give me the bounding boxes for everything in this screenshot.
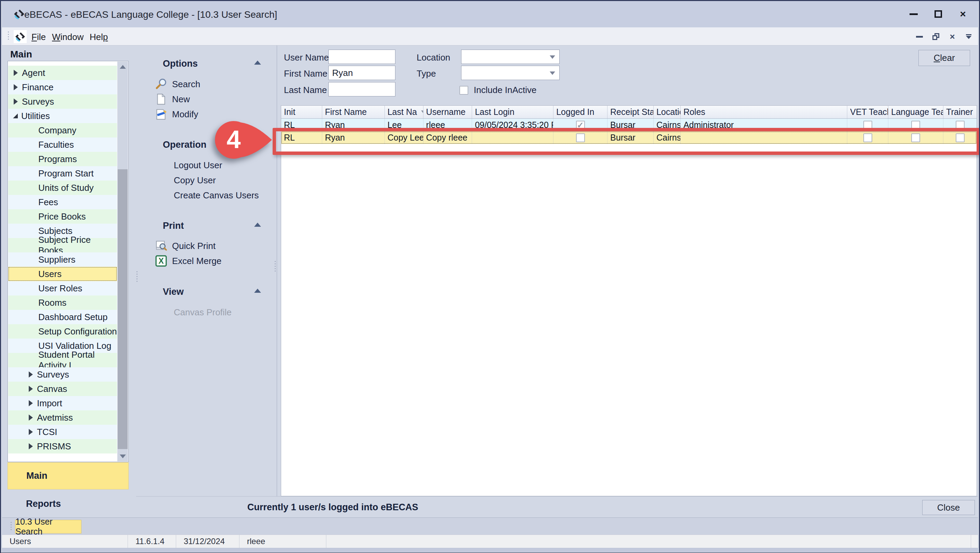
- logged-in-checkbox[interactable]: [576, 121, 585, 130]
- mdi-minimize-icon[interactable]: [914, 32, 924, 42]
- expand-icon[interactable]: [29, 429, 33, 435]
- vet-teacher-checkbox[interactable]: [863, 121, 872, 130]
- column-header-first-name[interactable]: First Name: [322, 106, 385, 118]
- group-header-view[interactable]: View: [163, 287, 184, 297]
- first-name-input[interactable]: [328, 66, 395, 80]
- trainer-checkbox[interactable]: [956, 121, 965, 130]
- action-new[interactable]: New: [155, 93, 190, 105]
- tree-item-user-roles[interactable]: User Roles: [8, 281, 117, 296]
- mdi-restore-icon[interactable]: [931, 32, 941, 42]
- grid-row-selected[interactable]: RL Ryan Copy Lee Copy rleee Bursar Cairn…: [281, 131, 977, 144]
- column-header-vet-teacher[interactable]: VET Teach: [847, 106, 888, 118]
- tree-item-surveys-sub[interactable]: Surveys: [8, 367, 117, 382]
- close-button[interactable]: Close: [922, 500, 975, 515]
- close-icon[interactable]: ×: [953, 6, 972, 22]
- clear-button[interactable]: Clear: [918, 50, 970, 66]
- collapse-icon[interactable]: [13, 114, 18, 118]
- tree-item-company[interactable]: Company: [8, 123, 117, 137]
- action-create-canvas-users[interactable]: Create Canvas Users: [174, 190, 259, 201]
- nav-section-reports[interactable]: Reports: [26, 499, 61, 509]
- type-dropdown[interactable]: [461, 66, 560, 80]
- scroll-up-icon[interactable]: [117, 62, 128, 72]
- nav-section-main[interactable]: Main: [8, 462, 129, 489]
- tree-item-dashboard-setup[interactable]: Dashboard Setup: [8, 310, 117, 324]
- maximize-icon[interactable]: [929, 6, 948, 22]
- include-inactive-checkbox[interactable]: [460, 86, 468, 95]
- collapse-group-icon[interactable]: [254, 222, 261, 227]
- vet-teacher-checkbox[interactable]: [863, 133, 872, 142]
- column-header-receipt-status[interactable]: Receipt Stati: [608, 106, 654, 118]
- tree-item-surveys[interactable]: Surveys: [8, 94, 117, 109]
- group-header-options[interactable]: Options: [163, 59, 198, 69]
- tree-item-price-books[interactable]: Price Books: [8, 209, 117, 224]
- column-header-last-login[interactable]: Last Login: [472, 106, 554, 118]
- tree-item-canvas[interactable]: Canvas: [8, 382, 117, 396]
- tree-item-users-selected[interactable]: Users: [8, 267, 117, 281]
- collapse-group-icon[interactable]: [254, 289, 261, 293]
- expand-icon[interactable]: [29, 372, 33, 378]
- action-logout-user[interactable]: Logout User: [174, 160, 222, 171]
- logged-in-checkbox[interactable]: [576, 133, 585, 142]
- tree-item-setup-configuration[interactable]: Setup Configuration: [8, 324, 117, 338]
- scrollbar-thumb[interactable]: [118, 169, 127, 449]
- tree-item-finance[interactable]: Finance: [8, 80, 117, 94]
- collapse-group-icon[interactable]: [254, 60, 261, 65]
- tree-item-faculties[interactable]: Faculties: [8, 137, 117, 152]
- taskbar-grip[interactable]: [10, 522, 12, 530]
- expand-icon[interactable]: [29, 386, 33, 392]
- content-splitter[interactable]: [274, 261, 276, 272]
- minimize-icon[interactable]: [904, 6, 923, 22]
- tab-10-3-user-search[interactable]: 10.3 User Search: [15, 520, 81, 534]
- expand-icon[interactable]: [29, 443, 33, 450]
- expand-icon[interactable]: [14, 99, 18, 105]
- tree-item-units-of-study[interactable]: Units of Study: [8, 181, 117, 195]
- tree-item-suppliers[interactable]: Suppliers: [8, 253, 117, 267]
- scroll-down-icon[interactable]: [117, 451, 128, 461]
- tree-item-import[interactable]: Import: [8, 396, 117, 410]
- tree-item-prisms[interactable]: PRISMS: [8, 439, 117, 453]
- tree-item-student-portal-activity-log[interactable]: Student Portal Activity L: [8, 353, 117, 367]
- group-header-operation[interactable]: Operation: [163, 140, 207, 150]
- sidebar-splitter[interactable]: [135, 46, 138, 517]
- language-teacher-checkbox[interactable]: [911, 121, 920, 130]
- tree-item-fees[interactable]: Fees: [8, 195, 117, 209]
- tree-scrollbar[interactable]: [117, 62, 128, 461]
- action-quick-print[interactable]: Quick Print: [155, 240, 215, 252]
- menu-file[interactable]: File: [29, 31, 48, 43]
- column-header-trainer[interactable]: Trainer: [943, 106, 977, 118]
- tree-item-agent[interactable]: Agent: [8, 66, 117, 80]
- action-copy-user[interactable]: Copy User: [174, 175, 216, 186]
- tree-item-avetmiss[interactable]: Avetmiss: [8, 410, 117, 425]
- tree-item-program-start[interactable]: Program Start: [8, 166, 117, 181]
- app-logo-chip[interactable]: [14, 30, 27, 43]
- language-teacher-checkbox[interactable]: [911, 133, 920, 142]
- column-header-roles[interactable]: Roles: [681, 106, 847, 118]
- tree-item-tcsi[interactable]: TCSI: [8, 425, 117, 439]
- action-excel-merge[interactable]: X Excel Merge: [155, 255, 222, 267]
- column-header-logged-in[interactable]: Logged In: [554, 106, 608, 118]
- column-header-language-teacher[interactable]: Language Teacl: [888, 106, 943, 118]
- column-header-init[interactable]: Init: [281, 106, 322, 118]
- toolbar-grip[interactable]: [7, 32, 10, 40]
- expand-icon[interactable]: [29, 400, 33, 406]
- expand-icon[interactable]: [14, 84, 18, 90]
- group-header-print[interactable]: Print: [163, 221, 184, 231]
- menu-window[interactable]: Window: [50, 31, 86, 43]
- location-dropdown[interactable]: [461, 49, 560, 64]
- trainer-checkbox[interactable]: [956, 133, 965, 142]
- window-menu-icon[interactable]: [964, 32, 974, 42]
- column-header-last-name[interactable]: Last Na: [385, 106, 423, 118]
- tree-item-programs[interactable]: Programs: [8, 152, 117, 166]
- last-name-input[interactable]: [328, 82, 395, 97]
- tree-item-utilities[interactable]: Utilities: [8, 109, 117, 123]
- action-search[interactable]: Search: [155, 78, 200, 90]
- user-name-input[interactable]: [328, 49, 395, 64]
- mdi-close-icon[interactable]: ×: [947, 32, 958, 42]
- expand-icon[interactable]: [29, 415, 33, 421]
- column-header-username[interactable]: Username: [423, 106, 473, 118]
- action-modify[interactable]: Modify: [155, 108, 198, 121]
- column-header-location[interactable]: Locatio: [654, 106, 681, 118]
- tree-item-rooms[interactable]: Rooms: [8, 296, 117, 310]
- tree-item-subject-price-books[interactable]: Subject Price Books: [8, 238, 117, 253]
- grid-row[interactable]: RL Ryan Lee rleee 09/05/2024 3:35:20 P B…: [281, 119, 977, 131]
